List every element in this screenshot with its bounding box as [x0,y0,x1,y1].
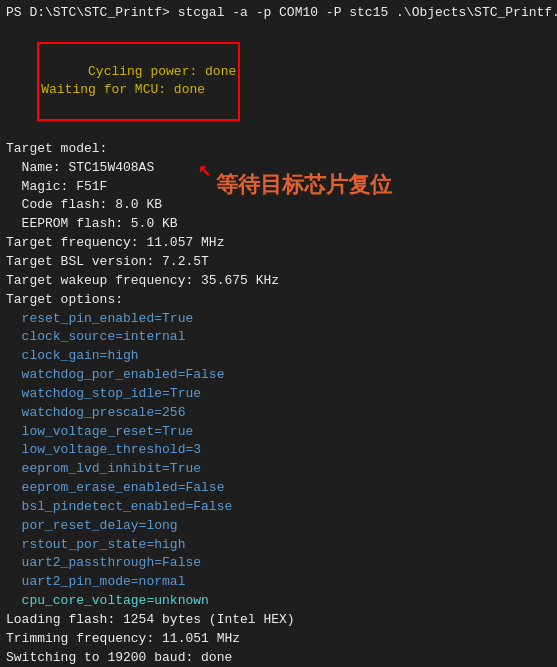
terminal-window: PS D:\STC\STC_Printf> stcgal -a -p COM10… [0,0,557,667]
opt4-line: watchdog_por_enabled=False [6,366,551,385]
wakeup-freq-line: Target wakeup frequency: 35.675 KHz [6,272,551,291]
opt5-line: watchdog_stop_idle=True [6,385,551,404]
opt13-line: rstout_por_state=high [6,536,551,555]
opt8-line: low_voltage_threshold=3 [6,441,551,460]
cmd-line: PS D:\STC\STC_Printf> stcgal -a -p COM10… [6,4,551,23]
opt15-line: uart2_pin_mode=normal [6,573,551,592]
eeprom-flash-line: EEPROM flash: 5.0 KB [6,215,551,234]
cycling-power-line: Cycling power: done Waiting for MCU: don… [41,64,236,98]
opt3-line: clock_gain=high [6,347,551,366]
target-model-line: Target model: [6,140,551,159]
bsl-version-line: Target BSL version: 7.2.5T [6,253,551,272]
annotation-text: 等待目标芯片复位 [216,170,392,200]
switching-line: Switching to 19200 baud: done [6,649,551,667]
opt7-line: low_voltage_reset=True [6,423,551,442]
opt9-line: eeprom_lvd_inhibit=True [6,460,551,479]
loading-flash-line: Loading flash: 1254 bytes (Intel HEX) [6,611,551,630]
opt6-line: watchdog_prescale=256 [6,404,551,423]
opt11-line: bsl_pindetect_enabled=False [6,498,551,517]
trimming-line: Trimming frequency: 11.051 MHz [6,630,551,649]
opt1-line: reset_pin_enabled=True [6,310,551,329]
highlight-box: Cycling power: done Waiting for MCU: don… [37,42,240,121]
opt10-line: eeprom_erase_enabled=False [6,479,551,498]
highlighted-section: Cycling power: done Waiting for MCU: don… [6,23,551,140]
annotation-arrow: ↖ [198,156,211,183]
target-options-line: Target options: [6,291,551,310]
opt16-line: cpu_core_voltage=unknown [6,592,551,611]
target-freq-line: Target frequency: 11.057 MHz [6,234,551,253]
opt14-line: uart2_passthrough=False [6,554,551,573]
opt12-line: por_reset_delay=long [6,517,551,536]
opt2-line: clock_source=internal [6,328,551,347]
